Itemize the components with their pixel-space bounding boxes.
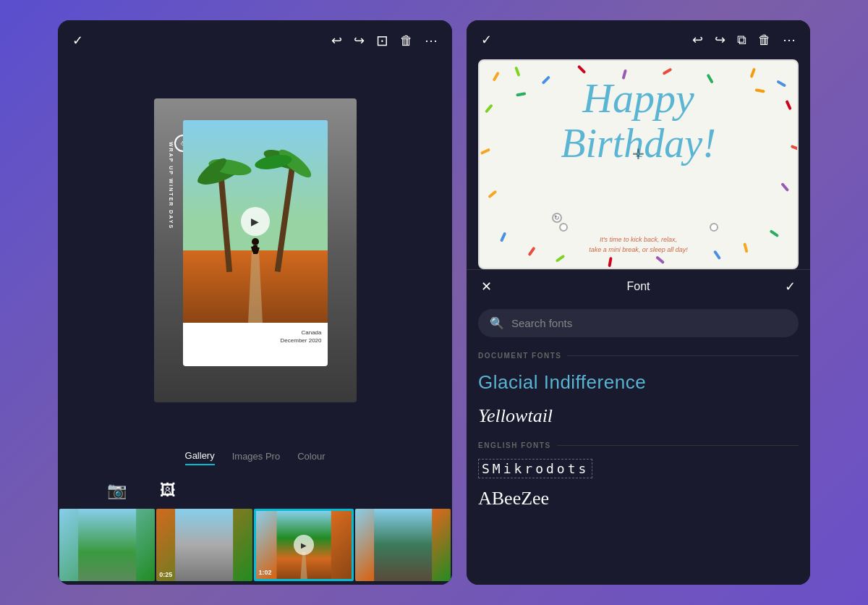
image-icon[interactable]: 🖼 <box>154 475 182 506</box>
svg-rect-39 <box>608 257 612 267</box>
video-play-button[interactable]: ▶ <box>241 207 270 236</box>
search-icon: 🔍 <box>490 316 504 330</box>
left-toolbar: ✓ ↩ ↪ ⊡ 🗑 ⋯ <box>58 20 452 61</box>
gallery-grid: 0:25 ▶ 1:02 <box>58 509 452 581</box>
font-item-mikrodots[interactable]: SMikrodots <box>478 455 799 482</box>
toolbar-right-actions: ↩ ↪ ⊡ 🗑 ⋯ <box>331 32 438 49</box>
more-options-icon[interactable]: ⋯ <box>425 33 438 48</box>
story-location-text: Canada December 2020 <box>183 323 328 350</box>
right-delete-icon[interactable]: 🗑 <box>758 33 771 48</box>
svg-rect-15 <box>78 509 136 581</box>
document-fonts-label: DOCUMENT FONTS <box>478 343 799 365</box>
font-yellowtail-label: Yellowtail <box>478 405 553 426</box>
svg-rect-19 <box>374 509 432 581</box>
thumb-4-svg <box>355 509 451 581</box>
gallery-thumb-1[interactable] <box>59 509 155 581</box>
fonts-list: DOCUMENT FONTS Glacial Indifference Yell… <box>467 343 810 585</box>
video-duration-1: 0:25 <box>159 571 172 578</box>
gallery-tab-colour[interactable]: Colour <box>297 448 325 465</box>
story-overlay-card: ▶ Canada December 2020 <box>183 120 328 366</box>
svg-rect-16 <box>175 509 233 581</box>
gallery-play-icon[interactable]: ▶ <box>294 535 314 555</box>
svg-rect-23 <box>577 65 587 75</box>
svg-rect-36 <box>743 242 748 253</box>
gallery-thumb-4[interactable] <box>355 509 451 581</box>
check-icon[interactable]: ✓ <box>72 33 83 48</box>
right-more-icon[interactable]: ⋯ <box>783 32 796 48</box>
font-item-abeezee[interactable]: ABeeZee <box>478 482 799 515</box>
video-duration-2: 1:02 <box>259 569 272 576</box>
font-panel: ✕ Font ✓ 🔍 Search fonts DOCUMENT FONTS G… <box>467 269 810 585</box>
thumb-1-svg <box>59 509 155 581</box>
font-glacial-label: Glacial Indifference <box>478 371 646 393</box>
delete-icon[interactable]: 🗑 <box>400 33 413 48</box>
font-panel-confirm-icon[interactable]: ✓ <box>785 279 796 295</box>
text-resize-handles <box>559 223 718 232</box>
font-search-container: 🔍 Search fonts <box>467 303 810 343</box>
font-panel-close-icon[interactable]: ✕ <box>481 279 492 295</box>
gallery-tab-gallery[interactable]: Gallery <box>185 447 215 465</box>
gallery-thumb-2[interactable]: 0:25 <box>156 509 252 581</box>
svg-rect-40 <box>655 255 665 264</box>
right-undo-icon[interactable]: ↩ <box>692 32 703 48</box>
subtitle-line2: take a mini break, or sleep all day! <box>552 245 726 255</box>
right-toolbar-left: ✓ <box>481 32 492 48</box>
english-fonts-label: ENGLISH FONTS <box>478 433 799 455</box>
left-canvas-area: WRAP UP WINTER DAYS ⏱ <box>58 61 452 440</box>
story-vertical-text: WRAP UP WINTER DAYS <box>169 142 174 229</box>
font-panel-title: Font <box>492 280 785 293</box>
font-item-glacial[interactable]: Glacial Indifference <box>478 365 799 399</box>
gallery-icons-row: 📷 🖼 <box>58 473 452 509</box>
subtitle-line1: It's time to kick back, relax, <box>552 235 726 245</box>
bottom-gallery: Gallery Images Pro Colour 📷 🖼 <box>58 440 452 585</box>
gallery-tab-images-pro[interactable]: Images Pro <box>232 448 280 465</box>
search-placeholder-text: Search fonts <box>511 317 572 329</box>
right-check-icon[interactable]: ✓ <box>481 32 492 48</box>
right-toolbar: ✓ ↩ ↪ ⧉ 🗑 ⋯ <box>467 20 810 59</box>
undo-icon[interactable]: ↩ <box>331 33 342 48</box>
svg-rect-32 <box>780 182 789 192</box>
rotate-handle[interactable]: ↻ <box>552 213 562 223</box>
move-cursor-icon: ✛ <box>632 145 644 163</box>
font-abeezee-label: ABeeZee <box>478 488 549 509</box>
thumb-2-svg <box>156 509 252 581</box>
font-panel-header: ✕ Font ✓ <box>467 269 810 303</box>
birthday-canvas: Happy Birthday! ✛ ↻ It's time to kick ba… <box>478 59 799 269</box>
svg-rect-33 <box>500 232 506 242</box>
svg-rect-37 <box>556 255 566 263</box>
font-search-box[interactable]: 🔍 Search fonts <box>478 309 799 337</box>
svg-rect-34 <box>770 229 780 237</box>
camera-icon[interactable]: 📷 <box>101 475 132 506</box>
right-copy-icon[interactable]: ⧉ <box>737 33 746 48</box>
gallery-tabs: Gallery Images Pro Colour <box>58 440 452 473</box>
redo-icon[interactable]: ↪ <box>354 33 365 48</box>
tropical-image: ▶ <box>183 120 328 323</box>
right-redo-icon[interactable]: ↪ <box>715 32 726 48</box>
birthday-subtitle-container[interactable]: It's time to kick back, relax, take a mi… <box>552 235 726 255</box>
crop-icon[interactable]: ⊡ <box>376 32 388 49</box>
svg-point-11 <box>252 238 259 245</box>
left-editor-panel: ✓ ↩ ↪ ⊡ 🗑 ⋯ WRAP UP WINTER DAYS ⏱ <box>58 20 452 585</box>
font-mikrodots-label: SMikrodots <box>478 459 592 478</box>
story-canvas: WRAP UP WINTER DAYS ⏱ <box>154 98 357 402</box>
happy-text[interactable]: Happy <box>480 75 797 122</box>
right-toolbar-right: ↩ ↪ ⧉ 🗑 ⋯ <box>692 32 796 48</box>
svg-rect-31 <box>488 190 497 198</box>
toolbar-left-actions: ✓ <box>72 33 83 48</box>
right-editor-panel: ✓ ↩ ↪ ⧉ 🗑 ⋯ <box>467 20 810 585</box>
font-item-yellowtail[interactable]: Yellowtail <box>478 399 799 433</box>
svg-rect-35 <box>527 247 535 257</box>
handle-right[interactable] <box>710 223 718 232</box>
gallery-thumb-3[interactable]: ▶ 1:02 <box>254 509 354 581</box>
handle-left[interactable] <box>559 223 568 232</box>
